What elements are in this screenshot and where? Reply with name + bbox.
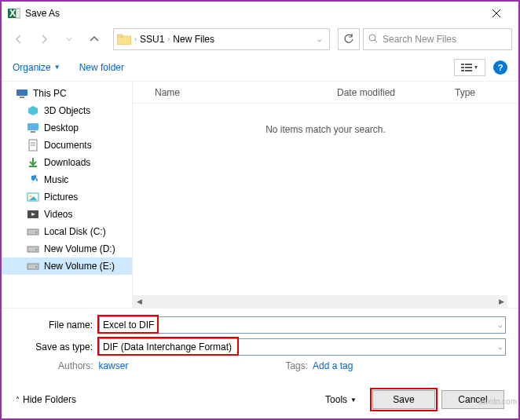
tree-item-label: Videos xyxy=(44,209,72,220)
svg-point-34 xyxy=(35,266,37,268)
column-name[interactable]: Name xyxy=(133,87,337,98)
tree-item-label: Local Disk (C:) xyxy=(44,226,106,237)
tree-item-label: Downloads xyxy=(44,157,90,168)
svg-rect-14 xyxy=(465,70,472,71)
svg-rect-33 xyxy=(27,264,38,269)
body: This PC3D ObjectsDesktopDocumentsDownloa… xyxy=(2,82,518,308)
tree-item-pictures[interactable]: Pictures xyxy=(2,188,132,206)
svg-rect-5 xyxy=(117,36,131,45)
documents-icon xyxy=(27,139,39,152)
svg-rect-29 xyxy=(27,229,38,235)
metadata-row: Authors: kawser Tags: Add a tag xyxy=(14,360,506,371)
tree-item-music[interactable]: Music xyxy=(2,171,132,188)
excel-icon: X xyxy=(8,7,20,20)
toolbar: Organize ▼ New folder ▼ ? xyxy=(2,53,518,82)
column-headers: Name Date modified Type xyxy=(133,82,518,104)
bottom-row: ˄ Hide Folders Tools ▼ Save Cancel xyxy=(14,390,506,412)
filename-label: File name: xyxy=(14,320,99,331)
authors-value[interactable]: kawser xyxy=(98,360,128,371)
scroll-left-icon[interactable]: ◀ xyxy=(133,295,145,308)
titlebar: X Save As xyxy=(2,2,518,25)
music-icon xyxy=(27,173,39,186)
bottom-panel: File name: Excel to DIF ⌵ Save as type: … xyxy=(2,308,518,418)
filename-input[interactable]: Excel to DIF ⌵ xyxy=(99,316,506,334)
svg-rect-12 xyxy=(465,67,472,68)
forward-button[interactable] xyxy=(33,30,55,49)
horizontal-scrollbar[interactable]: ◀ ▶ xyxy=(133,295,507,308)
filetype-label: Save as type: xyxy=(14,341,99,352)
chevron-down-icon[interactable]: ⌵ xyxy=(498,321,502,329)
address-dropdown[interactable]: ⌵ xyxy=(313,35,326,43)
tools-dropdown[interactable]: Tools ▼ xyxy=(325,394,357,405)
pictures-icon xyxy=(27,191,39,203)
svg-rect-19 xyxy=(31,131,35,133)
refresh-button[interactable] xyxy=(338,28,360,50)
pc-icon xyxy=(16,87,28,100)
chevron-down-icon[interactable]: ⌵ xyxy=(498,343,502,351)
svg-rect-10 xyxy=(465,64,472,65)
tree-item-downloads[interactable]: Downloads xyxy=(2,154,132,171)
save-as-dialog: X Save As › SSU1 › New Files ⌵ Search Ne… xyxy=(0,0,520,420)
authors-label: Authors: xyxy=(58,360,93,371)
up-button[interactable] xyxy=(83,30,105,49)
filetype-field: Save as type: DIF (Data Interchange Form… xyxy=(14,338,506,356)
chevron-down-icon: ▼ xyxy=(54,64,60,71)
chevron-down-icon: ▼ xyxy=(350,396,357,404)
svg-rect-31 xyxy=(27,247,38,252)
view-options-button[interactable]: ▼ xyxy=(454,59,485,76)
hide-folders-button[interactable]: ˄ Hide Folders xyxy=(16,394,76,405)
tree-item-label: This PC xyxy=(33,88,67,99)
tree-item-label: New Volume (E:) xyxy=(44,261,115,272)
search-input[interactable]: Search New Files xyxy=(363,28,512,50)
tree-item-documents[interactable]: Documents xyxy=(2,137,132,154)
tree-item-new-volume-d-[interactable]: New Volume (D:) xyxy=(2,240,132,257)
svg-point-32 xyxy=(35,249,37,250)
svg-text:X: X xyxy=(9,8,16,19)
disk-icon xyxy=(27,243,39,255)
file-pane: Name Date modified Type No items match y… xyxy=(132,82,518,308)
address-bar[interactable]: › SSU1 › New Files ⌵ xyxy=(113,28,330,50)
scroll-right-icon[interactable]: ▶ xyxy=(495,295,507,308)
search-icon xyxy=(368,34,378,46)
recent-dropdown[interactable] xyxy=(58,30,80,49)
new-folder-button[interactable]: New folder xyxy=(79,62,124,73)
tree-item-label: Documents xyxy=(44,140,92,151)
window-title: Save As xyxy=(25,8,481,19)
videos-icon xyxy=(27,208,39,221)
tree-item-label: Music xyxy=(44,174,68,185)
tree-item-label: New Volume (D:) xyxy=(44,243,115,254)
filetype-select[interactable]: DIF (Data Interchange Format) ⌵ xyxy=(99,338,506,356)
tags-value[interactable]: Add a tag xyxy=(313,360,353,371)
close-button[interactable] xyxy=(481,2,512,24)
svg-rect-11 xyxy=(461,67,464,68)
tree-item-3d-objects[interactable]: 3D Objects xyxy=(2,102,132,119)
tree-item-label: 3D Objects xyxy=(44,105,90,116)
tree-item-videos[interactable]: Videos xyxy=(2,206,132,223)
back-button[interactable] xyxy=(8,30,30,49)
folder-tree[interactable]: This PC3D ObjectsDesktopDocumentsDownloa… xyxy=(2,82,132,308)
chevron-up-icon: ˄ xyxy=(16,396,20,404)
tags-label: Tags: xyxy=(285,360,308,371)
desktop-icon xyxy=(27,122,39,134)
help-button[interactable]: ? xyxy=(493,60,507,75)
svg-point-25 xyxy=(30,195,32,198)
tree-item-this-pc[interactable]: This PC xyxy=(2,85,132,102)
column-type[interactable]: Type xyxy=(455,87,475,98)
breadcrumb-item[interactable]: New Files xyxy=(170,34,218,45)
downloads-icon xyxy=(27,156,39,169)
tree-item-label: Pictures xyxy=(44,192,78,203)
organize-button[interactable]: Organize ▼ xyxy=(13,62,60,73)
save-button[interactable]: Save xyxy=(372,390,435,409)
svg-rect-15 xyxy=(16,89,27,96)
tree-item-new-volume-e-[interactable]: New Volume (E:) xyxy=(2,257,132,275)
breadcrumb-item[interactable]: SSU1 xyxy=(137,34,167,45)
tree-item-local-disk-c-[interactable]: Local Disk (C:) xyxy=(2,223,132,240)
disk-icon xyxy=(27,225,39,238)
column-date[interactable]: Date modified xyxy=(337,87,455,98)
svg-point-30 xyxy=(35,232,37,233)
tree-item-label: Desktop xyxy=(44,122,79,133)
tree-item-desktop[interactable]: Desktop xyxy=(2,119,132,137)
svg-rect-9 xyxy=(461,64,464,65)
watermark: wsxdn.com xyxy=(478,397,517,406)
disk-icon xyxy=(27,260,39,272)
